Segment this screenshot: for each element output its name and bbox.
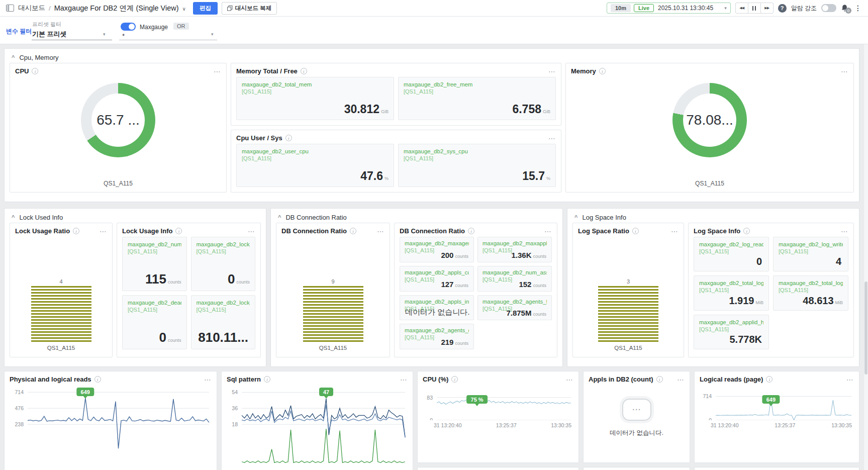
metric-instance: [QS1_A115] xyxy=(242,155,389,161)
info-icon[interactable]: i xyxy=(451,376,458,383)
preset-select[interactable]: 기본 프리셋 xyxy=(32,30,67,39)
collapse-icon[interactable]: ^ xyxy=(12,214,15,220)
collapse-icon[interactable]: ^ xyxy=(278,214,281,220)
panel-menu-button[interactable]: ⋯ xyxy=(671,229,679,233)
metric-value-row: 0counts xyxy=(159,330,181,345)
section-db-connection-ratio: ^ DB Connection Ratio DB Connection Rati… xyxy=(270,208,563,367)
x-tick: 13:30:35 xyxy=(831,422,852,428)
metric-value: 810.11... xyxy=(198,330,248,345)
dashboard-content: ^ Cpu, Memory CPU i ⋯ 65.7 ... QS1_A115 … xyxy=(0,44,863,470)
panel-menu-button[interactable]: ⋯ xyxy=(377,229,384,233)
panel-menu-button[interactable]: ⋯ xyxy=(204,378,212,382)
metric-unit: counts xyxy=(236,279,250,285)
breadcrumb-root[interactable]: 대시보드 xyxy=(18,4,45,13)
notification-bell-button[interactable]: 0 xyxy=(841,4,848,12)
metric-name: maxgauge_db2_log_writes xyxy=(779,241,843,247)
help-button[interactable]: ? xyxy=(778,4,787,13)
info-icon[interactable]: i xyxy=(599,68,606,74)
panel-menu-button[interactable]: ⋯ xyxy=(841,229,848,233)
metric-unit: counts xyxy=(533,312,546,317)
metric-value: 0 xyxy=(756,256,762,267)
line-chart: 714476238649 xyxy=(10,386,212,470)
info-icon[interactable]: i xyxy=(632,228,639,234)
info-icon[interactable]: i xyxy=(175,228,182,234)
caret-down-icon[interactable]: ▾ xyxy=(211,32,214,37)
pause-button[interactable] xyxy=(748,3,761,14)
maxgauge-filter-toggle[interactable] xyxy=(121,23,136,31)
info-icon[interactable]: i xyxy=(94,376,101,383)
metric-value: 0 xyxy=(159,330,166,345)
section-header: ^ Cpu, Memory xyxy=(5,49,859,63)
panel-menu-button[interactable]: ⋯ xyxy=(548,69,556,73)
metric-name: maxgauge_db2_appls_in_db2 xyxy=(405,299,469,305)
instance-label: QS1_A115 xyxy=(566,180,853,187)
svg-text:54: 54 xyxy=(232,389,238,395)
panel-menu-button[interactable]: ⋯ xyxy=(248,229,255,233)
panel-title: DB Connection Ratio xyxy=(281,227,347,235)
info-icon[interactable]: i xyxy=(301,68,307,74)
caret-down-icon[interactable]: ▾ xyxy=(103,32,106,37)
forward-button[interactable]: ▶▶ xyxy=(760,3,774,14)
sparkline-chart: 83075 % xyxy=(423,394,573,420)
panel-title: Cpu User / Sys xyxy=(236,134,282,142)
svg-text:238: 238 xyxy=(15,421,24,427)
panel-title: Physical and logical reads xyxy=(10,375,91,383)
metric-value: 1.919 xyxy=(729,295,754,307)
range-chip[interactable]: 10m xyxy=(611,4,631,12)
duplicate-dashboard-button[interactable]: 대시보드 복제 xyxy=(222,2,277,15)
bar-value-label: 4 xyxy=(59,278,62,285)
titlebar: 대시보드 / Maxgauge For DB2 연계 (Single View)… xyxy=(0,0,868,17)
info-icon[interactable]: i xyxy=(743,228,750,234)
panel-menu-button[interactable]: ⋯ xyxy=(566,378,573,382)
svg-text:83: 83 xyxy=(427,395,433,401)
info-icon[interactable]: i xyxy=(766,376,773,383)
panel-menu-button[interactable]: ⋯ xyxy=(214,69,221,73)
svg-text:649: 649 xyxy=(81,389,90,395)
datetime-picker[interactable]: 2025.10.31 13:30:45 xyxy=(657,5,714,12)
panel-menu-button[interactable]: ⋯ xyxy=(400,378,408,382)
row3-column-appls: Appls in DB2 (count) i ⋯ ⋯ 데이터가 없습니다. xyxy=(583,371,690,470)
panel-memory-total-free: Memory Total / Free i ⋯ maxgauge_db2_tot… xyxy=(231,63,561,126)
stat-card-list: maxgauge_db2_log_reads [QS1_A115] 0 maxg… xyxy=(694,237,848,349)
metric-value: 219 xyxy=(441,338,453,346)
info-icon[interactable]: i xyxy=(350,228,356,234)
collapse-icon[interactable]: ^ xyxy=(12,54,15,60)
bar-value-label: 9 xyxy=(331,278,334,285)
panel-menu-button[interactable]: ⋯ xyxy=(548,136,556,140)
alarm-highlight-toggle[interactable] xyxy=(821,4,836,12)
metric-value-row: 4 xyxy=(836,256,843,267)
metric-value-row: 7.875Mcounts xyxy=(506,309,546,317)
svg-text:649: 649 xyxy=(766,397,776,403)
metric-name: maxgauge_db2_user_cpu xyxy=(242,148,389,154)
panel-menu-button[interactable]: ⋯ xyxy=(846,378,854,382)
scrollbar-thumb[interactable] xyxy=(864,281,867,374)
info-icon[interactable]: i xyxy=(73,228,79,234)
titlebar-right-controls: 10m Live 2025.10.31 13:30:45 ▾ ◀◀ ▶▶ ? 알… xyxy=(607,3,863,14)
next-row-panel-partial xyxy=(417,467,579,470)
vertical-scrollbar[interactable] xyxy=(863,44,868,470)
info-icon[interactable]: i xyxy=(285,135,292,141)
metric-name: maxgauge_db2_total_log_available xyxy=(779,280,843,286)
panel-menu-button[interactable]: ⋯ xyxy=(677,378,685,382)
metric-unit: GiB xyxy=(381,109,389,114)
info-icon[interactable]: i xyxy=(32,68,38,74)
panel-menu-button[interactable]: ⋯ xyxy=(100,229,107,233)
caret-down-icon[interactable]: ▾ xyxy=(724,6,727,11)
page-title[interactable]: Maxgauge For DB2 연계 (Single View) xyxy=(54,4,179,13)
metric-value: 152 xyxy=(519,280,531,289)
kebab-menu-button[interactable]: ⋮ xyxy=(853,4,863,12)
instance-filter-select[interactable]: * xyxy=(122,32,125,40)
edit-button[interactable]: 편집 xyxy=(193,2,218,15)
info-icon[interactable]: i xyxy=(656,376,663,383)
duplicate-label: 대시보드 복제 xyxy=(235,5,271,12)
panel-menu-button[interactable]: ⋯ xyxy=(544,229,552,233)
info-icon[interactable]: i xyxy=(264,376,270,383)
info-icon[interactable]: i xyxy=(468,228,474,234)
chevron-down-icon[interactable]: ∨ xyxy=(182,6,186,12)
rewind-button[interactable]: ◀◀ xyxy=(735,3,748,14)
collapse-icon[interactable]: ^ xyxy=(574,214,577,220)
panel-title: Logical reads (page) xyxy=(700,375,763,383)
live-badge[interactable]: Live xyxy=(634,4,654,12)
metric-instance: [QS1_A115] xyxy=(779,248,843,254)
panel-menu-button[interactable]: ⋯ xyxy=(841,69,848,73)
